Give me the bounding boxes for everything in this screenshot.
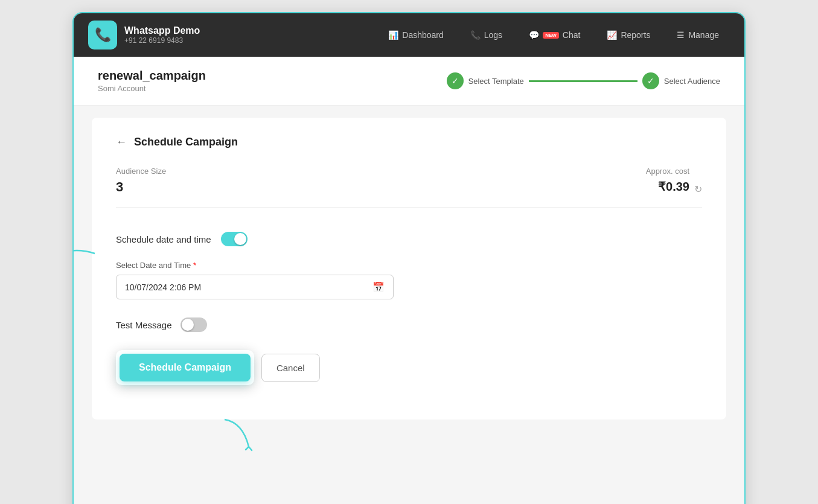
brand-name: Whatsapp Demo	[124, 25, 200, 36]
main-content: renewal_campaign Somi Account ✓ Select T…	[74, 57, 744, 504]
audience-size-value: 3	[116, 179, 166, 195]
cost-stat: Approx. cost ₹0.39 ↻	[646, 167, 702, 195]
reports-icon: 📈	[607, 30, 617, 40]
nav-manage[interactable]: ☰ Manage	[666, 25, 730, 45]
nav-links: 📊 Dashboard 📞 Logs 💬 NEW Chat 📈 Reports …	[377, 25, 730, 45]
required-star: *	[193, 261, 196, 270]
nav-reports-label: Reports	[621, 30, 650, 40]
nav-dashboard[interactable]: 📊 Dashboard	[377, 25, 455, 45]
calendar-icon: 📅	[372, 281, 385, 293]
cancel-button[interactable]: Cancel	[261, 354, 320, 382]
date-input-value: 10/07/2024 2:06 PM	[125, 282, 372, 292]
schedule-toggle[interactable]	[221, 232, 248, 246]
stepper: ✓ Select Template ✓ Select Audience	[447, 72, 721, 89]
back-arrow-icon: ←	[116, 136, 127, 148]
manage-icon: ☰	[677, 30, 685, 40]
arrow-left	[72, 244, 98, 263]
chat-icon: 💬	[529, 30, 539, 40]
campaign-account: Somi Account	[98, 84, 206, 93]
date-input-wrapper[interactable]: 10/07/2024 2:06 PM 📅	[116, 275, 394, 299]
audience-size-label: Audience Size	[116, 167, 166, 176]
nav-dashboard-label: Dashboard	[402, 30, 444, 40]
back-header: ← Schedule Campaign	[116, 136, 702, 148]
nav-logs[interactable]: 📞 Logs	[459, 25, 513, 45]
nav-chat[interactable]: 💬 NEW Chat	[518, 25, 591, 45]
date-label: Select Date and Time *	[116, 261, 702, 270]
brand-phone: +91 22 6919 9483	[124, 36, 200, 45]
cost-label: Approx. cost	[646, 167, 689, 176]
test-message-toggle[interactable]	[181, 317, 207, 332]
stats-row: Audience Size 3 Approx. cost ₹0.39 ↻	[116, 167, 702, 208]
campaign-header: renewal_campaign Somi Account ✓ Select T…	[74, 57, 744, 106]
brand: 📞 Whatsapp Demo +91 22 6919 9483	[88, 21, 200, 49]
nav-manage-label: Manage	[688, 30, 719, 40]
refresh-icon[interactable]: ↻	[694, 183, 702, 195]
buttons-row: Schedule Campaign Cancel	[116, 350, 702, 385]
test-message-toggle-knob	[182, 319, 194, 331]
back-button[interactable]: ←	[116, 136, 127, 148]
navbar: 📞 Whatsapp Demo +91 22 6919 9483 📊 Dashb…	[74, 13, 744, 57]
nav-logs-label: Logs	[484, 30, 502, 40]
toggle-knob	[234, 233, 246, 245]
new-badge: NEW	[543, 32, 559, 39]
step-1: ✓ Select Template	[447, 72, 524, 89]
section-title: Schedule Campaign	[134, 136, 238, 148]
step-1-circle: ✓	[447, 72, 464, 89]
step-line	[529, 80, 637, 82]
nav-reports[interactable]: 📈 Reports	[596, 25, 661, 45]
campaign-name: renewal_campaign	[98, 69, 206, 83]
campaign-title-area: renewal_campaign Somi Account	[98, 69, 206, 93]
schedule-toggle-label: Schedule date and time	[116, 234, 211, 244]
step-2: ✓ Select Audience	[642, 72, 720, 89]
brand-text: Whatsapp Demo +91 22 6919 9483	[124, 25, 200, 45]
schedule-btn-wrapper: Schedule Campaign	[116, 350, 254, 385]
test-message-row: Test Message	[116, 317, 702, 332]
dashboard-icon: 📊	[388, 30, 398, 40]
step-2-label: Select Audience	[664, 77, 720, 86]
logs-icon: 📞	[470, 30, 481, 40]
nav-chat-label: Chat	[563, 30, 581, 40]
arrow-bottom	[212, 416, 261, 453]
schedule-toggle-row: Schedule date and time	[116, 232, 702, 246]
audience-size-stat: Audience Size 3	[116, 167, 166, 195]
cost-value: ₹0.39	[646, 179, 689, 194]
schedule-campaign-button[interactable]: Schedule Campaign	[120, 354, 251, 381]
form-area: ← Schedule Campaign Audience Size 3 Appr…	[92, 118, 726, 419]
step-1-label: Select Template	[468, 77, 524, 86]
app-window: 📞 Whatsapp Demo +91 22 6919 9483 📊 Dashb…	[72, 12, 746, 504]
date-section: Select Date and Time * 10/07/2024 2:06 P…	[116, 261, 702, 299]
brand-icon: 📞	[88, 21, 117, 49]
test-message-label: Test Message	[116, 320, 172, 330]
step-2-circle: ✓	[642, 72, 659, 89]
